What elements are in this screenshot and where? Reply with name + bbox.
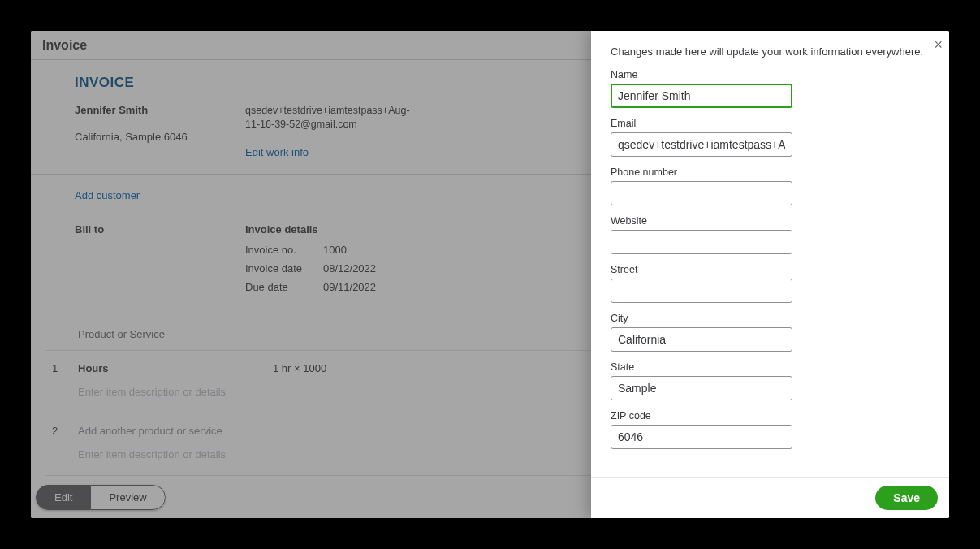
name-label: Name (611, 69, 930, 80)
name-field[interactable] (611, 84, 792, 108)
state-label: State (611, 361, 930, 373)
panel-message: Changes made here will update your work … (611, 45, 930, 58)
panel-footer: Save (591, 477, 949, 518)
website-field[interactable] (611, 230, 792, 254)
zip-field[interactable] (611, 425, 792, 449)
save-button[interactable]: Save (875, 486, 938, 510)
app-frame: Invoice INVOICE Jennifer Smith Californi… (31, 31, 949, 518)
email-label: Email (611, 118, 930, 129)
work-info-panel: × Changes made here will update your wor… (591, 31, 949, 518)
zip-label: ZIP code (611, 410, 930, 421)
street-label: Street (611, 264, 930, 275)
close-icon[interactable]: × (934, 37, 943, 52)
city-field[interactable] (611, 327, 792, 352)
city-label: City (611, 313, 930, 324)
state-field[interactable] (611, 376, 792, 400)
street-field[interactable] (611, 279, 792, 303)
phone-field[interactable] (611, 181, 792, 205)
phone-label: Phone number (611, 166, 930, 178)
email-field[interactable] (611, 132, 792, 157)
website-label: Website (611, 215, 930, 227)
